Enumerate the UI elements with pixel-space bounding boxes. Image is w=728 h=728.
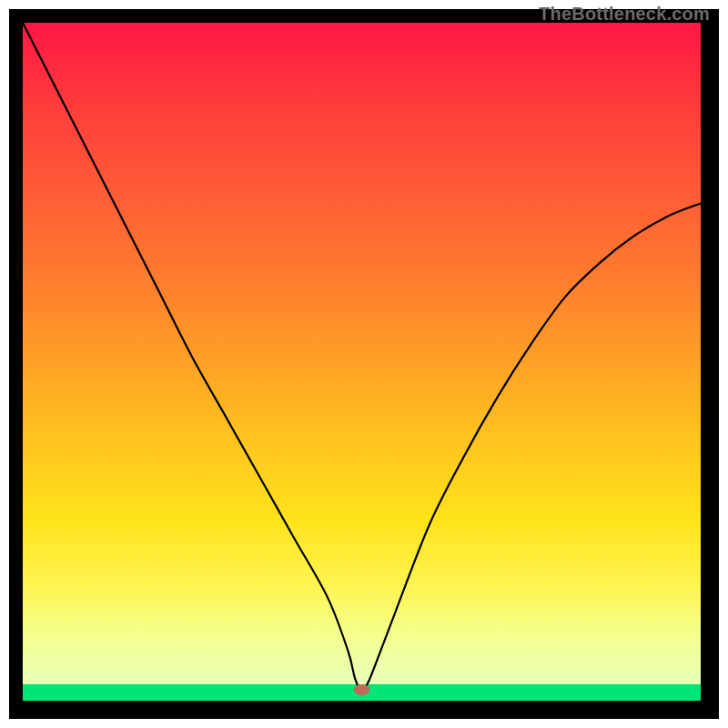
chart-svg bbox=[0, 0, 728, 728]
watermark-text: TheBottleneck.com bbox=[539, 4, 710, 25]
svg-rect-1 bbox=[23, 23, 701, 684]
bottleneck-chart: TheBottleneck.com bbox=[0, 0, 728, 728]
svg-point-3 bbox=[354, 684, 370, 695]
